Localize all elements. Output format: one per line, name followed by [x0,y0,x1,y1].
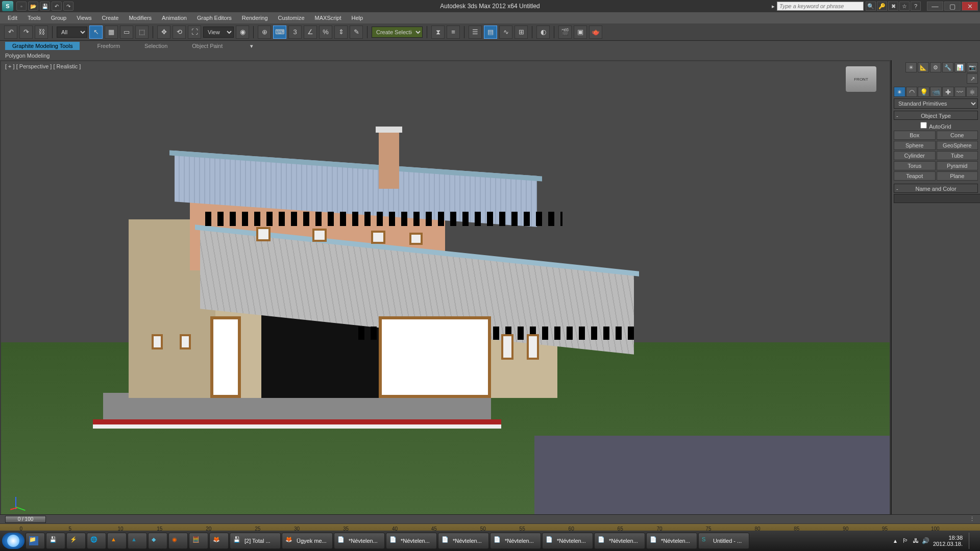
help-icon[interactable]: ? [911,2,921,11]
obj-cylinder-button[interactable]: Cylinder [894,151,936,160]
obj-tube-button[interactable]: Tube [937,151,978,160]
obj-plane-button[interactable]: Plane [937,171,978,181]
menu-create[interactable]: Create [102,15,118,21]
menu-modifiers[interactable]: Modifiers [129,15,152,21]
tab-objectpaint[interactable]: Object Paint [185,42,230,50]
menu-customize[interactable]: Customize [278,15,305,21]
minimize-button[interactable]: — [927,2,943,11]
ribbon-toggle-icon[interactable]: ▤ [484,26,497,39]
tray-vol-icon[interactable]: 🔊 [922,537,930,545]
named-selection-combo[interactable]: Create Selection Se [372,27,423,38]
viewcube[interactable]: FRONT [846,66,876,92]
menu-views[interactable]: Views [77,15,91,21]
curve-editor-icon[interactable]: ∿ [499,26,512,39]
ribbon-minimize-icon[interactable]: ▾ [250,43,253,49]
select-name-icon[interactable]: ▦ [105,26,118,39]
menu-tools[interactable]: Tools [28,15,41,21]
viewport[interactable]: [ + ] [ Perspective ] [ Realistic ] FRON… [0,60,891,531]
cp-pin3-icon[interactable]: 🔧 [942,62,953,72]
align-icon[interactable]: ≡ [447,26,460,39]
cp-pin4-icon[interactable]: 📊 [954,62,966,72]
star-icon[interactable]: ☆ [899,2,910,11]
pin-app3-icon[interactable]: ◆ [148,533,167,549]
obj-teapot-button[interactable]: Teapot [894,171,936,181]
helpers-tab-icon[interactable]: ✚ [942,87,954,97]
render-setup-icon[interactable]: 🎬 [558,26,572,39]
undo-icon[interactable]: ↶ [4,26,17,39]
menu-help[interactable]: Help [352,15,363,21]
tray-net-icon[interactable]: 🖧 [912,537,920,545]
obj-torus-button[interactable]: Torus [894,161,936,170]
qat-new-icon[interactable]: ▫ [16,2,27,11]
keyboard-shortcut-icon[interactable]: ⌨ [273,26,286,39]
task-item-0[interactable]: 💾[2] Total ... [230,533,281,549]
render-icon[interactable]: 🫖 [589,26,602,39]
menu-rendering[interactable]: Rendering [242,15,268,21]
cp-pin2-icon[interactable]: ⚙ [930,62,941,72]
tray-flag-icon[interactable]: 🏳 [901,537,910,545]
ref-coord-combo[interactable]: View [203,27,234,38]
angle-snap-icon[interactable]: ∠ [304,26,317,39]
task-item-3[interactable]: 📄*Névtelen... [386,533,437,549]
qat-redo-icon[interactable]: ↷ [63,2,74,11]
rollout-object-type[interactable]: Object Type [894,111,978,120]
qat-open-icon[interactable]: 📂 [28,2,38,11]
viewport-label[interactable]: [ + ] [ Perspective ] [ Realistic ] [5,63,81,69]
obj-geosphere-button[interactable]: GeoSphere [937,141,978,150]
task-item-7[interactable]: 📄*Névtelen... [594,533,645,549]
obj-sphere-button[interactable]: Sphere [894,141,936,150]
spacewarps-tab-icon[interactable]: 〰 [954,87,966,97]
pin-save-icon[interactable]: 💾 [46,533,65,549]
cp-lock-icon[interactable]: ☀ [905,62,917,72]
layers-icon[interactable]: ☰ [469,26,482,39]
task-item-6[interactable]: 📄*Névtelen... [542,533,593,549]
pin-winamp-icon[interactable]: ⚡ [66,533,86,549]
menu-grapheditors[interactable]: Graph Editors [197,15,232,21]
lights-tab-icon[interactable]: 💡 [918,87,929,97]
obj-cone-button[interactable]: Cone [937,131,978,140]
tab-selection[interactable]: Selection [137,42,175,50]
select-window-icon[interactable]: ⬚ [135,26,149,39]
cameras-tab-icon[interactable]: 📹 [930,87,942,97]
close-button[interactable]: ✕ [962,2,978,11]
pin-calc-icon[interactable]: 🧮 [189,533,208,549]
shapes-tab-icon[interactable]: ◠ [906,87,918,97]
exchange-icon[interactable]: ✖ [888,2,898,11]
tab-freeform[interactable]: Freeform [90,42,127,50]
obj-box-button[interactable]: Box [894,131,936,140]
ribbon-panel-label[interactable]: Polygon Modeling [0,51,980,60]
rotate-icon[interactable]: ⟲ [173,26,186,39]
create-tab-icon[interactable]: ✴ [894,87,905,97]
cp-pin5-icon[interactable]: 📷 [967,62,978,72]
search-input[interactable] [777,2,864,11]
pin-browser-icon[interactable]: 🌐 [87,533,106,549]
timeslider-arrows-icon[interactable]: ⋮ [969,516,975,522]
maximize-button[interactable]: ▢ [944,2,961,11]
key-icon[interactable]: 🔑 [877,2,887,11]
schematic-icon[interactable]: ⊞ [514,26,528,39]
pin-app4-icon[interactable]: ◉ [168,533,188,549]
snap-toggle-icon[interactable]: 3 [288,26,302,39]
time-slider[interactable]: 0 / 100 [5,516,46,523]
pin-app2-icon[interactable]: ▲ [128,533,147,549]
menu-animation[interactable]: Animation [162,15,187,21]
task-item-9[interactable]: SUntitled - ... [698,533,749,549]
object-name-input[interactable] [894,194,980,203]
task-item-8[interactable]: 📄*Névtelen... [646,533,697,549]
rollout-name-color[interactable]: Name and Color [894,184,978,193]
select-rect-icon[interactable]: ▭ [120,26,133,39]
app-menu-button[interactable]: S [2,1,13,11]
qat-save-icon[interactable]: 💾 [40,2,50,11]
tab-graphite[interactable]: Graphite Modeling Tools [5,42,80,50]
show-desktop-button[interactable] [969,533,974,549]
task-item-4[interactable]: 📄*Névtelen... [438,533,489,549]
systems-tab-icon[interactable]: ⚛ [966,87,978,97]
start-button[interactable] [2,533,24,549]
task-item-5[interactable]: 📄*Névtelen... [490,533,541,549]
menu-group[interactable]: Group [51,15,67,21]
pivot-icon[interactable]: ◉ [236,26,249,39]
pin-firefox-icon[interactable]: 🦊 [209,533,229,549]
task-item-1[interactable]: 🦊Ügyek me... [282,533,333,549]
create-category-combo[interactable]: Standard Primitives [894,98,978,109]
menu-maxscript[interactable]: MAXScript [315,15,341,21]
